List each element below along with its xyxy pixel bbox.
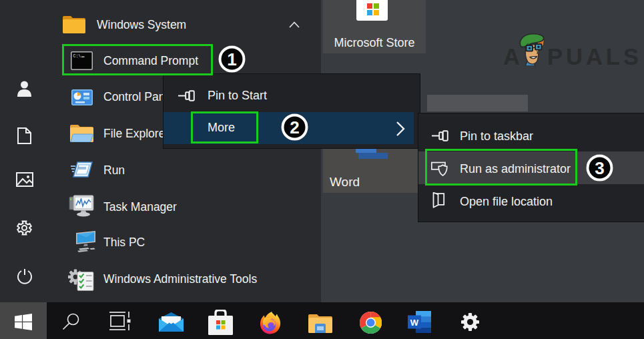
svg-text:2: 2 <box>290 117 299 137</box>
svg-text:W: W <box>410 318 419 328</box>
svg-text:3: 3 <box>595 158 604 178</box>
svg-text:1: 1 <box>227 49 236 69</box>
